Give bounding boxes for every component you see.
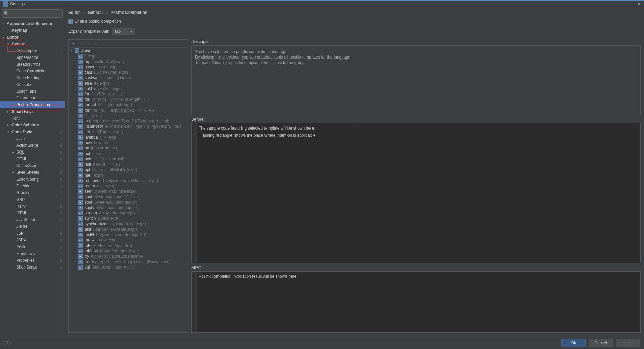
enable-checkbox-row[interactable]: ✓ Enable postfix completion xyxy=(68,19,121,24)
checkbox-checked-icon[interactable]: ✓ xyxy=(78,260,83,264)
sidebar-item-appearance[interactable]: Appearance xyxy=(0,54,65,61)
sidebar-item-sql[interactable]: ▸SQL⊟ xyxy=(0,149,65,156)
remove-icon[interactable]: － xyxy=(79,41,84,46)
sidebar-item-appearance-behavior[interactable]: ▸Appearance & Behavior xyxy=(0,20,65,27)
template-field[interactable]: ✓fieldmyField = expr xyxy=(69,86,189,91)
template-iter[interactable]: ✓iterfor (T item : expr) xyxy=(69,129,189,135)
close-icon[interactable]: ✕ xyxy=(637,1,641,7)
checkbox-checked-icon[interactable]: ✓ xyxy=(78,97,83,102)
checkbox-checked-icon[interactable]: ✓ xyxy=(78,54,83,59)
help-button[interactable]: ? xyxy=(4,340,11,346)
checkbox-checked-icon[interactable]: ✓ xyxy=(78,249,83,253)
sidebar-item-cfml[interactable]: CFML⊟ xyxy=(0,156,65,162)
checkbox-checked-icon[interactable]: ✓ xyxy=(78,60,83,64)
checkbox-checked-icon[interactable]: ✓ xyxy=(78,216,83,221)
sidebar-item-console[interactable]: Console xyxy=(0,81,65,88)
template-cast[interactable]: ✓cast((SomeType) expr) xyxy=(69,70,189,75)
template-par[interactable]: ✓par(expr) xyxy=(69,172,189,178)
edit-icon[interactable]: ✎ xyxy=(88,41,91,46)
breadcrumb-editor[interactable]: Editor xyxy=(68,10,80,15)
breadcrumb-general[interactable]: General xyxy=(88,10,103,15)
template-throw[interactable]: ✓throwthrow expr xyxy=(69,237,189,243)
checkbox-checked-icon[interactable]: ✓ xyxy=(78,92,83,96)
checkbox-checked-icon[interactable]: ✓ xyxy=(78,108,83,113)
template-lambda[interactable]: ✓lambda() -> expr xyxy=(69,135,189,140)
template-synchronized[interactable]: ✓synchronizedsynchronized (expr) xyxy=(69,221,189,227)
template-val[interactable]: ✓vallombok.val name = expr xyxy=(69,264,189,270)
template-sout[interactable]: ✓soutSystem.out.println(expr) xyxy=(69,200,189,205)
sidebar-item-general[interactable]: ▾General xyxy=(0,41,65,47)
checkbox-checked-icon[interactable]: ✓ xyxy=(68,19,73,24)
template-stream[interactable]: ✓streamArrays.stream(expr) xyxy=(69,210,189,216)
sidebar-item-javascript[interactable]: JavaScript⊟ xyxy=(0,216,65,223)
template-nn[interactable]: ✓nnif (expr != null) xyxy=(69,145,189,151)
sidebar-item-auto-import[interactable]: Auto Import⊟ xyxy=(0,47,65,54)
sidebar-item-html[interactable]: HTML⊟ xyxy=(0,210,65,216)
checkbox-checked-icon[interactable]: ✓ xyxy=(78,135,83,140)
sidebar-item-editor[interactable]: ▾Editor xyxy=(0,34,65,41)
template-test[interactable]: ✓testStepVerifier.create(expr) xyxy=(69,227,189,232)
sidebar-item-breadcrumbs[interactable]: Breadcrumbs xyxy=(0,61,65,68)
cancel-button[interactable]: Cancel xyxy=(589,339,613,347)
template-arg[interactable]: ✓argfunctionCall(expr) xyxy=(69,59,189,64)
sidebar-item-java[interactable]: Java⊟ xyxy=(0,135,65,142)
sidebar-item-json[interactable]: JSON⊟ xyxy=(0,223,65,230)
sidebar-item-gutter-icons[interactable]: Gutter Icons xyxy=(0,95,65,101)
template-testN[interactable]: ✓testNStepVerifier.create(expr, 10) xyxy=(69,232,189,237)
template-soutv[interactable]: ✓soutvSystem.out.println(expr) xyxy=(69,205,189,210)
template-fori[interactable]: ✓forifor (int i = 0; i < expr.length; i+… xyxy=(69,97,189,102)
checkbox-checked-icon[interactable]: ✓ xyxy=(78,189,83,194)
checkbox-checked-icon[interactable]: ✓ xyxy=(78,168,83,172)
sidebar-item-font[interactable]: Font xyxy=(0,115,65,122)
template-opt[interactable]: ✓optOptional.ofNullable(expr) xyxy=(69,167,189,172)
template-for[interactable]: ✓forfor (T item : expr) xyxy=(69,91,189,97)
checkbox-checked-icon[interactable]: ✓ xyxy=(78,119,83,123)
template-if[interactable]: ✓ifif (expr) xyxy=(69,113,189,118)
checkbox-checked-icon[interactable]: ✓ xyxy=(78,114,83,118)
checkbox-checked-icon[interactable]: ✓ xyxy=(78,179,83,183)
checkbox-checked-icon[interactable]: ✓ xyxy=(78,222,83,226)
sidebar-item-kotlin[interactable]: Kotlin⊟ xyxy=(0,243,65,250)
sidebar-item-haml[interactable]: Haml⊟ xyxy=(0,203,65,210)
checkbox-checked-icon[interactable]: ✓ xyxy=(78,70,83,75)
template-notnull[interactable]: ✓notnullif (expr != null) xyxy=(69,156,189,162)
checkbox-checked-icon[interactable]: ✓ xyxy=(78,65,83,69)
add-icon[interactable]: ＋ xyxy=(71,41,75,46)
sidebar-item-gsp[interactable]: GSP⊟ xyxy=(0,196,65,203)
sidebar-item-actionscript[interactable]: ActionScript⊟ xyxy=(0,142,65,149)
checkbox-checked-icon[interactable]: ✓ xyxy=(78,152,83,156)
template-forr[interactable]: ✓forrfor (int i = expr.length-1; i >= 0;… xyxy=(69,108,189,113)
checkbox-checked-icon[interactable]: ✓ xyxy=(78,76,83,80)
sidebar-item-code-style[interactable]: ▾Code Style⊟ xyxy=(0,129,65,135)
template-return[interactable]: ✓returnreturn expr xyxy=(69,183,189,189)
checkbox-checked-icon[interactable]: ✓ xyxy=(78,87,83,91)
copy-icon[interactable]: ⧉ xyxy=(95,41,98,46)
sidebar-item-code-completion[interactable]: Code Completion xyxy=(0,68,65,74)
sidebar-item-markdown[interactable]: Markdown⊟ xyxy=(0,250,65,257)
checkbox-checked-icon[interactable]: ✓ xyxy=(78,206,83,210)
sidebar-item-keymap[interactable]: Keymap xyxy=(0,27,65,34)
sidebar-item-gherkin[interactable]: Gherkin⊟ xyxy=(0,183,65,189)
sidebar-item-smart-keys[interactable]: ▸Smart Keys xyxy=(0,108,65,115)
checkbox-checked-icon[interactable]: ✓ xyxy=(78,157,83,161)
template-assert[interactable]: ✓assertassert expr xyxy=(69,64,189,70)
checkbox-checked-icon[interactable]: ✓ xyxy=(78,141,83,145)
template-null[interactable]: ✓nullif (expr == null) xyxy=(69,162,189,167)
sidebar-item-color-scheme[interactable]: ▸Color Scheme xyxy=(0,122,65,129)
template-toMono[interactable]: ✓toMonoMono.from*/just(expr) xyxy=(69,248,189,254)
checkbox-checked-icon[interactable]: ✓ xyxy=(78,81,83,86)
checkbox-checked-icon[interactable]: ✓ xyxy=(78,211,83,215)
template-toFlux[interactable]: ✓toFluxFlux.from*/just(iter) xyxy=(69,243,189,248)
template-new[interactable]: ✓newnew T() xyxy=(69,140,189,145)
template-serr[interactable]: ✓serrSystem.err.println(expr) xyxy=(69,189,189,194)
checkbox-checked-icon[interactable]: ✓ xyxy=(78,162,83,167)
sidebar-item-coffeescript[interactable]: CoffeeScript⊟ xyxy=(0,162,65,169)
checkbox-checked-icon[interactable]: ✓ xyxy=(78,233,83,237)
sidebar-item-jsp[interactable]: JSP⊟ xyxy=(0,230,65,237)
sidebar-item-shell-script[interactable]: Shell Script⊟ xyxy=(0,264,65,271)
sidebar-item-groovy[interactable]: Groovy⊟ xyxy=(0,189,65,196)
checkbox-checked-icon[interactable]: ✓ xyxy=(78,243,83,248)
sidebar-item-editor-tabs[interactable]: Editor Tabs xyxy=(0,88,65,95)
template-else[interactable]: ✓elseif (!expr) xyxy=(69,80,189,86)
template-format[interactable]: ✓formatString.format(expr) xyxy=(69,102,189,108)
